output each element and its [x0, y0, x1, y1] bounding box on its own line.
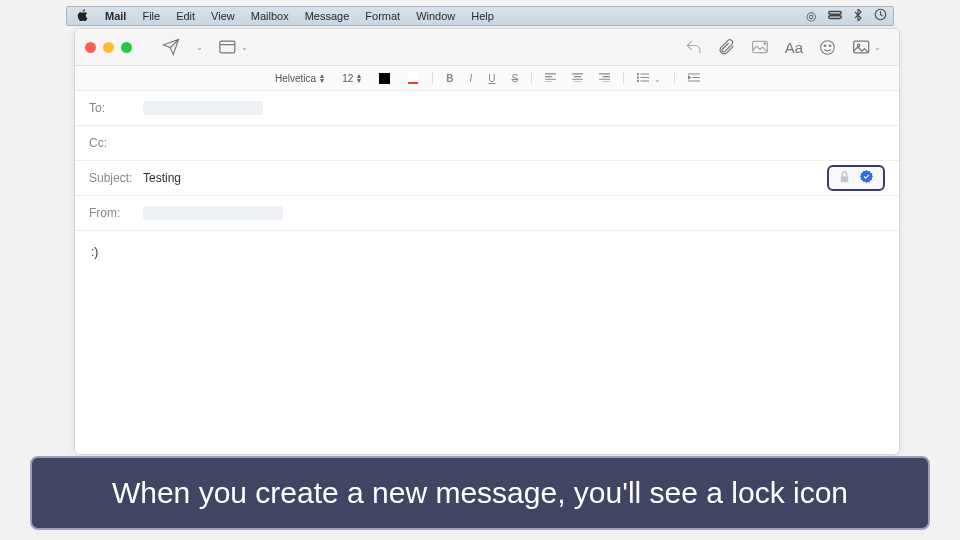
format-button[interactable]: Aa: [777, 29, 811, 65]
send-button[interactable]: [154, 29, 188, 65]
cc-field-row[interactable]: Cc:: [75, 126, 899, 161]
menubar-format[interactable]: Format: [357, 10, 408, 22]
menubar-message[interactable]: Message: [297, 10, 358, 22]
subject-label: Subject:: [89, 171, 139, 185]
menubar-edit[interactable]: Edit: [168, 10, 203, 22]
window-toolbar: ⌄ ⌄ Aa ⌄: [75, 29, 899, 66]
svg-point-24: [637, 73, 638, 74]
svg-point-9: [829, 45, 830, 46]
svg-rect-1: [829, 16, 842, 19]
from-value-redacted: [143, 206, 283, 220]
svg-rect-3: [220, 41, 235, 53]
minimize-window-button[interactable]: [103, 42, 114, 53]
lock-icon: [839, 171, 850, 185]
menubar-app-name[interactable]: Mail: [97, 10, 134, 22]
align-left-button[interactable]: [542, 73, 559, 84]
to-value-redacted: [143, 101, 263, 115]
svg-rect-0: [829, 12, 842, 15]
svg-point-7: [821, 40, 835, 54]
font-size-select[interactable]: 12 ▴▾: [338, 73, 365, 84]
time-machine-icon[interactable]: [868, 8, 893, 24]
font-family-value: Helvetica: [275, 73, 316, 84]
indent-button[interactable]: [685, 73, 703, 84]
subject-field-row[interactable]: Subject: Testing: [75, 161, 899, 196]
strikethrough-button[interactable]: S: [509, 73, 522, 84]
cc-label: Cc:: [89, 136, 139, 150]
menubar-mailbox[interactable]: Mailbox: [243, 10, 297, 22]
control-center-icon[interactable]: [822, 9, 848, 23]
window-controls: [85, 42, 132, 53]
emoji-button[interactable]: [811, 29, 844, 65]
message-body[interactable]: :): [75, 231, 899, 454]
reply-button[interactable]: [677, 29, 711, 65]
svg-point-26: [637, 76, 638, 77]
security-indicators[interactable]: [827, 165, 885, 191]
align-right-button[interactable]: [596, 73, 613, 84]
font-size-value: 12: [342, 73, 353, 84]
from-label: From:: [89, 206, 139, 220]
zoom-window-button[interactable]: [121, 42, 132, 53]
attach-button[interactable]: [711, 29, 743, 65]
italic-button[interactable]: I: [467, 73, 476, 84]
close-window-button[interactable]: [85, 42, 96, 53]
svg-point-8: [824, 45, 825, 46]
signed-badge-icon: [860, 170, 873, 186]
scan-document-button[interactable]: [743, 29, 777, 65]
align-center-button[interactable]: [569, 73, 586, 84]
text-color-button[interactable]: [375, 73, 394, 84]
underline-button[interactable]: U: [485, 73, 498, 84]
list-button[interactable]: ⌄: [634, 73, 664, 84]
menubar-view[interactable]: View: [203, 10, 243, 22]
photo-browser-button[interactable]: ⌄: [844, 29, 889, 65]
bg-color-button[interactable]: [404, 72, 422, 84]
body-text: :): [91, 245, 98, 259]
accessibility-icon[interactable]: ◎: [800, 9, 822, 23]
to-label: To:: [89, 101, 139, 115]
to-field-row[interactable]: To:: [75, 91, 899, 126]
svg-point-6: [764, 43, 766, 45]
svg-point-28: [637, 80, 638, 81]
subject-value: Testing: [143, 171, 181, 185]
from-field-row[interactable]: From:: [75, 196, 899, 231]
svg-rect-33: [841, 176, 849, 182]
send-later-dropdown[interactable]: ⌄: [188, 29, 211, 65]
compose-window: ⌄ ⌄ Aa ⌄ Helvetica ▴▾ 12 ▴▾: [74, 28, 900, 455]
caption-text: When you create a new message, you'll se…: [112, 476, 848, 509]
format-bar: Helvetica ▴▾ 12 ▴▾ B I U S ⌄: [75, 66, 899, 91]
macos-menubar: Mail File Edit View Mailbox Message Form…: [66, 6, 894, 26]
header-fields-button[interactable]: ⌄: [211, 29, 256, 65]
bold-button[interactable]: B: [443, 73, 456, 84]
message-headers: To: Cc: Subject: Testing From:: [75, 91, 899, 231]
font-family-select[interactable]: Helvetica ▴▾: [271, 73, 328, 84]
bluetooth-icon[interactable]: [848, 9, 868, 24]
menubar-help[interactable]: Help: [463, 10, 502, 22]
apple-menu-icon[interactable]: [77, 9, 89, 24]
menubar-file[interactable]: File: [134, 10, 168, 22]
menubar-window[interactable]: Window: [408, 10, 463, 22]
tutorial-caption: When you create a new message, you'll se…: [30, 456, 930, 530]
